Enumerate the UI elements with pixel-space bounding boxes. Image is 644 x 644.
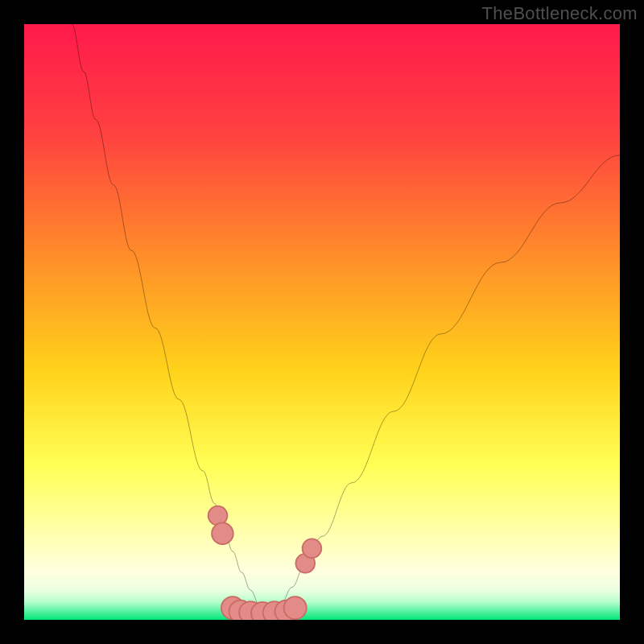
- gradient-background: [24, 24, 620, 620]
- chart-frame: TheBottleneck.com: [0, 0, 644, 644]
- data-marker: [284, 597, 307, 619]
- data-marker: [303, 539, 322, 558]
- watermark-text: TheBottleneck.com: [482, 3, 638, 24]
- bottleneck-chart: [24, 24, 620, 620]
- data-marker: [212, 522, 233, 544]
